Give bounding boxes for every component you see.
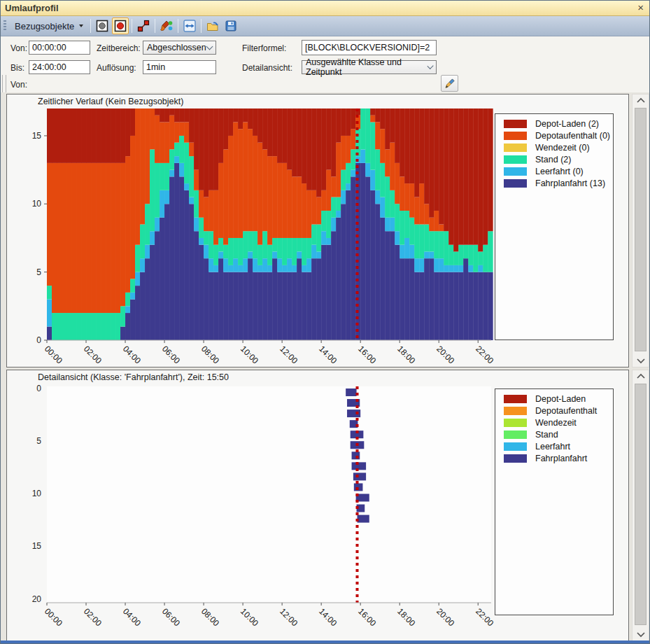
zeitbereich-select[interactable]: Abgeschlossen	[143, 41, 216, 55]
legend-swatch	[504, 179, 527, 188]
trip-bar	[346, 388, 356, 396]
legend-swatch	[504, 419, 527, 427]
toolbar-separator	[155, 19, 155, 33]
legend-swatch	[504, 120, 527, 128]
chevron-down-icon	[635, 357, 647, 365]
legend-swatch	[504, 395, 527, 403]
legend-label: Depot-Laden (2)	[535, 119, 599, 129]
legend-swatch	[504, 454, 527, 463]
detailansicht-panel: Detailansicht (Klasse: 'Fahrplanfahrt'),…	[6, 370, 629, 641]
zeitbereich-label: Zeitbereich:	[97, 43, 141, 53]
chart-title-bottom: Detailansicht (Klasse: 'Fahrplanfahrt'),…	[38, 372, 229, 382]
von-input[interactable]	[29, 41, 90, 55]
legend-swatch	[504, 132, 527, 140]
x-tick-label: 06:00	[160, 344, 182, 365]
x-tick-label: 00:00	[43, 606, 64, 628]
trip-bar	[353, 472, 366, 480]
umlaufprofil-window: Umlaufprofil × Bezugsobjekte	[0, 0, 650, 644]
open-folder-icon	[206, 20, 219, 32]
style-brush-button[interactable]	[158, 18, 175, 34]
charts-area: Zeitlicher Verlauf (Kein Bezugsobjekt) 0…	[1, 92, 649, 642]
legend-entry: Depot-Laden (2)	[504, 118, 613, 130]
scroll-thumb[interactable]	[635, 384, 647, 625]
bezugsobjekte-button[interactable]: Bezugsobjekte	[10, 19, 88, 34]
aufloesung-input[interactable]	[143, 60, 216, 74]
x-tick-label: 12:00	[278, 344, 299, 365]
legend-entry: Fahrplanfahrt (13)	[504, 177, 613, 189]
chart-title-top: Zeitlicher Verlauf (Kein Bezugsobjekt)	[38, 97, 183, 106]
y-tick-label: 20	[32, 594, 42, 604]
y-tick-label: 0	[36, 384, 41, 393]
y-tick-label: 15	[32, 131, 42, 141]
toolbar-separator	[178, 19, 178, 33]
x-tick-label: 20:00	[434, 606, 456, 628]
scroll-down-button[interactable]	[633, 355, 649, 367]
scroll-thumb[interactable]	[635, 108, 647, 351]
x-tick-label: 16:00	[356, 344, 378, 365]
x-tick-label: 18:00	[395, 344, 417, 365]
x-tick-label: 00:00	[43, 344, 64, 365]
x-tick-label: 14:00	[317, 606, 339, 628]
window-title: Umlaufprofil	[5, 3, 59, 13]
x-tick-label: 22:00	[474, 344, 495, 365]
y-tick-label: 10	[32, 199, 42, 209]
y-tick-label: 5	[36, 267, 41, 277]
bis-input[interactable]	[29, 60, 90, 74]
scrollbar-top[interactable]	[632, 94, 649, 368]
x-tick-label: 10:00	[239, 344, 260, 365]
legend-label: Fahrplanfahrt	[535, 454, 587, 463]
y-tick-label: 15	[32, 541, 42, 551]
bis-label: Bis:	[10, 63, 24, 73]
legend-label: Stand (2)	[535, 155, 571, 164]
x-tick-label: 22:00	[474, 606, 495, 628]
legend-entry: Leerfahrt	[504, 440, 613, 452]
dropdown-caret-icon	[79, 24, 83, 27]
x-tick-label: 12:00	[278, 606, 299, 628]
legend-entry: Wendezeit (0)	[504, 141, 613, 153]
filterformel-input[interactable]	[302, 40, 437, 55]
filterformel-edit-button[interactable]	[441, 75, 458, 92]
toolbar-grip-icon[interactable]	[3, 20, 6, 31]
legend-label: Wendezeit	[535, 418, 577, 428]
x-tick-label: 18:00	[395, 606, 417, 628]
legend-swatch	[504, 167, 527, 176]
legend-entry: Depotaufenthalt	[504, 405, 613, 416]
window-titlebar[interactable]: Umlaufprofil ×	[1, 1, 649, 16]
x-tick-label: 10:00	[239, 606, 260, 628]
x-tick-label: 08:00	[199, 606, 221, 628]
x-tick-label: 08:00	[199, 344, 221, 365]
fit-width-button[interactable]	[181, 18, 198, 34]
selected-point-mode-button[interactable]	[112, 18, 129, 34]
legend-entry: Leerfahrt (0)	[504, 165, 613, 177]
x-tick-label: 04:00	[121, 606, 143, 628]
scroll-up-button[interactable]	[633, 370, 649, 382]
legend-label: Depotaufenthalt	[535, 406, 597, 416]
von-label: Von:	[10, 80, 27, 90]
x-tick-label: 06:00	[160, 606, 182, 628]
main-toolbar: Bezugsobjekte	[1, 16, 649, 36]
connect-points-button[interactable]	[135, 18, 152, 34]
legend-label: Wendezeit (0)	[535, 143, 590, 153]
scrollbar-bottom[interactable]	[632, 370, 649, 641]
legend-swatch	[504, 442, 527, 451]
legend-bottom: Depot-LadenDepotaufenthaltWendezeitStand…	[495, 388, 614, 615]
legend-swatch	[504, 144, 527, 152]
y-tick-label: 5	[36, 436, 41, 446]
point-mode-button[interactable]	[94, 18, 111, 34]
x-tick-label: 20:00	[434, 344, 456, 365]
filter-panel: Von: Von: Bis: Zeitbereich: Abgeschlosse…	[1, 36, 649, 92]
legend-entry: Wendezeit	[504, 416, 613, 428]
open-button[interactable]	[204, 18, 221, 34]
gray-circle-icon	[96, 20, 108, 32]
chevron-down-icon	[206, 43, 213, 50]
detailansicht-select[interactable]: Ausgewählte Klasse und Zeitpunkt	[302, 60, 437, 74]
y-tick-label: 10	[32, 489, 42, 498]
legend-label: Leerfahrt (0)	[535, 167, 584, 176]
scroll-up-button[interactable]	[633, 94, 649, 106]
trip-bar	[358, 515, 369, 523]
chevron-up-icon	[635, 97, 647, 104]
close-icon[interactable]: ×	[637, 1, 644, 13]
save-button[interactable]	[222, 18, 239, 34]
legend-entry: Depot-Laden	[504, 393, 613, 405]
scroll-down-button[interactable]	[633, 629, 649, 640]
